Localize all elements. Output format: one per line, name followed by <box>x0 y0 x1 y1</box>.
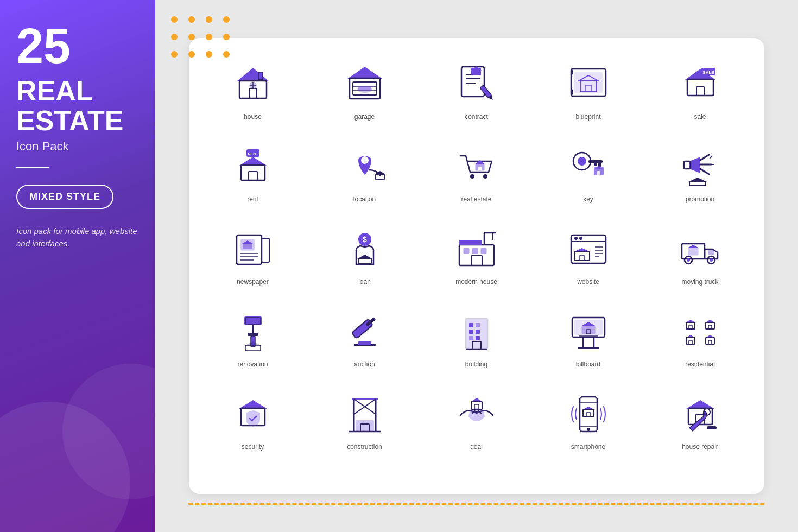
list-item[interactable]: garage <box>312 54 418 126</box>
svg-rect-2 <box>249 88 257 98</box>
rent-label: rent <box>247 195 258 203</box>
deal-label: deal <box>470 443 483 451</box>
svg-rect-112 <box>476 323 480 327</box>
svg-rect-138 <box>706 338 714 344</box>
svg-rect-111 <box>469 323 473 327</box>
svg-marker-140 <box>239 400 267 409</box>
svg-rect-159 <box>586 413 591 417</box>
svg-rect-158 <box>583 409 594 417</box>
building-label: building <box>465 360 487 368</box>
real-estate-label: real estate <box>461 195 491 203</box>
svg-rect-102 <box>248 333 258 336</box>
list-item[interactable]: blueprint <box>535 54 642 126</box>
auction-icon <box>340 307 389 356</box>
key-icon <box>564 142 613 191</box>
svg-rect-78 <box>481 248 486 254</box>
list-item[interactable]: location <box>312 137 418 208</box>
list-item[interactable]: building <box>423 302 530 373</box>
list-item[interactable]: promotion <box>647 137 753 208</box>
svg-point-156 <box>587 428 590 431</box>
security-icon <box>229 390 277 439</box>
svg-rect-114 <box>476 330 480 334</box>
blueprint-label: blueprint <box>575 113 600 121</box>
list-item[interactable]: key <box>535 137 642 208</box>
website-label: website <box>577 278 599 286</box>
list-item[interactable]: SALE sale <box>647 54 753 126</box>
location-icon <box>340 142 389 191</box>
svg-rect-33 <box>241 165 265 180</box>
list-item[interactable]: moving truck <box>647 219 753 291</box>
list-item[interactable]: real estate <box>423 137 530 208</box>
svg-rect-136 <box>689 340 692 344</box>
residential-label: residential <box>685 360 715 368</box>
svg-rect-130 <box>689 325 692 329</box>
list-item[interactable]: billboard <box>535 302 642 373</box>
svg-rect-116 <box>476 336 480 340</box>
svg-rect-79 <box>471 256 482 265</box>
svg-rect-66 <box>262 238 269 262</box>
svg-rect-132 <box>706 322 714 329</box>
list-item[interactable]: house repair <box>647 384 753 456</box>
svg-point-94 <box>687 258 690 262</box>
billboard-icon <box>564 307 613 356</box>
list-item[interactable]: security <box>200 384 306 456</box>
construction-icon <box>340 390 389 439</box>
svg-rect-129 <box>686 322 695 329</box>
garage-icon <box>340 60 389 109</box>
svg-marker-160 <box>686 400 714 409</box>
svg-rect-53 <box>597 171 600 175</box>
list-item[interactable]: house <box>200 54 306 126</box>
list-item[interactable]: residential <box>647 302 753 373</box>
garage-label: garage <box>354 113 375 121</box>
svg-rect-164 <box>707 426 717 429</box>
building-icon <box>452 307 501 356</box>
svg-rect-139 <box>708 340 712 344</box>
website-icon <box>564 225 613 274</box>
key-label: key <box>583 195 593 203</box>
list-item[interactable]: newspaper <box>200 219 306 291</box>
svg-rect-85 <box>574 252 590 261</box>
list-item[interactable]: auction <box>312 302 418 373</box>
subtitle: Icon Pack <box>16 140 138 154</box>
svg-rect-70 <box>358 258 371 264</box>
sale-icon: SALE <box>676 60 725 109</box>
icon-card: house garage <box>189 38 764 494</box>
renovation-label: renovation <box>237 360 268 368</box>
svg-rect-98 <box>688 248 698 255</box>
modern-house-label: modern house <box>455 278 497 286</box>
list-item[interactable]: website <box>535 219 642 291</box>
list-item[interactable]: modern house <box>423 219 530 291</box>
svg-rect-115 <box>469 336 473 340</box>
svg-rect-6 <box>258 72 263 80</box>
svg-point-47 <box>578 157 586 166</box>
list-item[interactable]: construction <box>312 384 418 456</box>
house-label: house <box>244 113 262 121</box>
list-item[interactable]: RENT rent <box>200 137 306 208</box>
svg-point-41 <box>470 174 474 179</box>
list-item[interactable]: deal <box>423 384 530 456</box>
svg-rect-58 <box>689 181 706 186</box>
main-title: REAL ESTATE <box>16 76 138 135</box>
list-item[interactable]: renovation <box>200 302 306 373</box>
smartphone-label: smartphone <box>571 443 605 451</box>
list-item[interactable]: contract <box>423 54 530 126</box>
list-item[interactable]: $ loan <box>312 219 418 291</box>
style-badge: MIXED STYLE <box>16 185 113 209</box>
smartphone-icon <box>564 390 613 439</box>
loan-icon: $ <box>340 225 389 274</box>
svg-rect-101 <box>252 325 254 333</box>
construction-label: construction <box>347 443 382 451</box>
real-estate-icon <box>452 142 501 191</box>
svg-rect-77 <box>472 248 478 254</box>
house-repair-label: house repair <box>682 443 718 451</box>
svg-marker-0 <box>237 68 269 81</box>
svg-marker-7 <box>347 67 382 79</box>
svg-rect-147 <box>356 421 373 432</box>
moving-truck-label: moving truck <box>681 278 718 286</box>
list-item[interactable]: smartphone <box>535 384 642 456</box>
moving-truck-icon <box>676 225 725 274</box>
deal-icon <box>452 390 501 439</box>
contract-icon <box>452 60 501 109</box>
icon-grid: house garage <box>200 54 753 456</box>
svg-rect-151 <box>471 402 482 409</box>
